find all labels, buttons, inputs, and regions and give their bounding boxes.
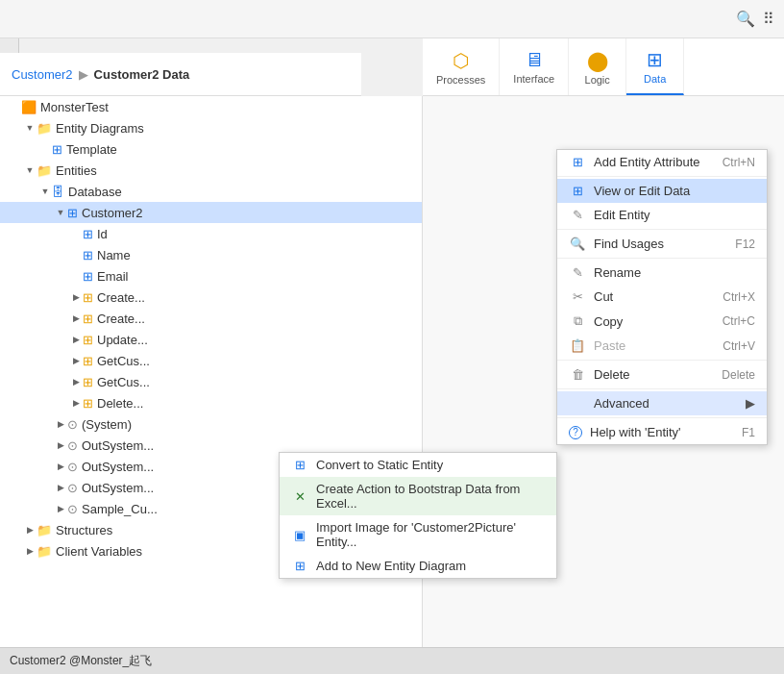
context-menu-right: ⊞ Add Entity Attribute Ctrl+N ⊞ View or … bbox=[556, 149, 768, 445]
ctx-delete-label: Delete bbox=[594, 367, 714, 382]
ctx-create-bootstrap[interactable]: ✕ Create Action to Bootstrap Data from E… bbox=[280, 477, 556, 515]
tree-arrow-database: ▼ bbox=[38, 187, 52, 196]
tree-node-entities[interactable]: ▼📁Entities bbox=[0, 160, 422, 181]
ctx-copy[interactable]: ⧉ Copy Ctrl+C bbox=[557, 309, 767, 334]
grid-icon[interactable]: ⠿ bbox=[763, 10, 774, 28]
tree-arrow-outsystem2: ▶ bbox=[54, 462, 67, 471]
tree-node-system[interactable]: ▶⊙(System) bbox=[0, 413, 422, 435]
top-bar: 🔍 ⠿ bbox=[0, 0, 784, 38]
breadcrumb-current: Customer2 Data bbox=[94, 67, 190, 82]
tree-node-entity-diagrams[interactable]: ▼📁Entity Diagrams bbox=[0, 117, 422, 138]
ctx-rename-label: Rename bbox=[594, 265, 747, 280]
ctx-rename[interactable]: ✎ Rename bbox=[557, 261, 767, 285]
breadcrumb-separator: ▶ bbox=[79, 67, 88, 82]
tab-interface-label: Interface bbox=[513, 73, 554, 85]
tree-arrow-outsystem1: ▶ bbox=[54, 440, 67, 450]
tree-node-template[interactable]: ⊞Template bbox=[0, 138, 422, 160]
import-image-icon: ▣ bbox=[291, 528, 308, 542]
tab-processes[interactable]: ⬡ Processes bbox=[423, 38, 500, 95]
tree-node-monstertest[interactable]: 🟧MonsterTest bbox=[0, 96, 422, 117]
interface-icon: 🖥 bbox=[525, 49, 544, 71]
tree-node-database[interactable]: ▼🗄Database bbox=[0, 181, 422, 202]
tab-logic[interactable]: ⬤ Logic bbox=[569, 38, 626, 95]
tree-node-create2[interactable]: ▶⊞Create... bbox=[0, 308, 422, 329]
add-attr-icon: ⊞ bbox=[569, 155, 586, 169]
ctx-find-usages-shortcut: F12 bbox=[735, 237, 755, 251]
ctx-cut-shortcut: Ctrl+X bbox=[723, 290, 755, 304]
tree-icon-outsystem1: ⊙ bbox=[67, 438, 78, 453]
ctx-help[interactable]: ? Help with 'Entity' F1 bbox=[557, 420, 767, 444]
tree-node-getcus2[interactable]: ▶⊞GetCus... bbox=[0, 371, 422, 392]
tree-panel: 🟧MonsterTest▼📁Entity Diagrams⊞Template▼📁… bbox=[0, 96, 423, 674]
tree-node-create1[interactable]: ▶⊞Create... bbox=[0, 287, 422, 308]
ctx-advanced[interactable]: Advanced ▶ bbox=[557, 391, 767, 415]
ctx-convert-static[interactable]: ⊞ Convert to Static Entity bbox=[280, 453, 556, 477]
add-diagram-icon: ⊞ bbox=[291, 559, 308, 573]
copy-icon: ⧉ bbox=[569, 313, 586, 329]
tree-arrow-entities: ▼ bbox=[23, 165, 37, 175]
tree-node-delete[interactable]: ▶⊞Delete... bbox=[0, 392, 422, 413]
edit-entity-icon: ✎ bbox=[569, 208, 586, 222]
tree-icon-system: ⊙ bbox=[67, 417, 78, 432]
context-menu-left: ⊞ Convert to Static Entity ✕ Create Acti… bbox=[279, 452, 557, 579]
tree-node-getcus1[interactable]: ▶⊞GetCus... bbox=[0, 350, 422, 371]
tree-label-getcus2: GetCus... bbox=[97, 375, 418, 389]
find-usages-icon: 🔍 bbox=[569, 237, 586, 251]
ctx-view-edit-data[interactable]: ⊞ View or Edit Data bbox=[557, 179, 767, 203]
ctx-add-attr-shortcut: Ctrl+N bbox=[723, 156, 755, 169]
ctx-delete[interactable]: 🗑 Delete Delete bbox=[557, 362, 767, 387]
tree-icon-customer2: ⊞ bbox=[67, 206, 78, 220]
tree-node-customer2[interactable]: ▼⊞Customer2 bbox=[0, 202, 422, 223]
ctx-add-entity-attr[interactable]: ⊞ Add Entity Attribute Ctrl+N bbox=[557, 150, 767, 174]
tab-data-label: Data bbox=[644, 73, 666, 85]
tree-arrow-sample-cu: ▶ bbox=[54, 504, 67, 513]
ctx-paste[interactable]: 📋 Paste Ctrl+V bbox=[557, 334, 767, 358]
ctx-delete-shortcut: Delete bbox=[722, 368, 755, 382]
ctx-add-entity-attr-label: Add Entity Attribute bbox=[594, 155, 715, 169]
ctx-cut-label: Cut bbox=[594, 289, 715, 304]
ctx-advanced-label: Advanced bbox=[594, 396, 738, 411]
tab-data[interactable]: ⊞ Data bbox=[626, 38, 684, 95]
tree-label-create2: Create... bbox=[97, 312, 418, 326]
ctx-import-image[interactable]: ▣ Import Image for 'Customer2Picture' En… bbox=[280, 515, 556, 554]
search-icon[interactable]: 🔍 bbox=[736, 10, 755, 28]
tree-icon-getcus2: ⊞ bbox=[83, 375, 93, 389]
ctx-create-bootstrap-label: Create Action to Bootstrap Data from Exc… bbox=[316, 482, 545, 511]
tree-icon-create2: ⊞ bbox=[83, 312, 93, 326]
tree-label-entity-diagrams: Entity Diagrams bbox=[56, 121, 418, 136]
tree-node-attr-id[interactable]: ⊞Id bbox=[0, 223, 422, 244]
tab-processes-label: Processes bbox=[436, 74, 485, 86]
ctx-cut[interactable]: ✂ Cut Ctrl+X bbox=[557, 285, 767, 309]
cut-icon: ✂ bbox=[569, 289, 586, 304]
tree-label-template: Template bbox=[66, 142, 418, 157]
tree-icon-outsystem2: ⊙ bbox=[67, 460, 78, 474]
tree-node-update[interactable]: ▶⊞Update... bbox=[0, 329, 422, 350]
ctx-find-usages[interactable]: 🔍 Find Usages F12 bbox=[557, 232, 767, 256]
ctx-advanced-arrow: ▶ bbox=[746, 396, 755, 411]
tree-label-outsystem1: OutSystem... bbox=[82, 438, 418, 453]
ctx-add-diagram-label: Add to New Entity Diagram bbox=[316, 559, 545, 573]
tree-node-attr-name[interactable]: ⊞Name bbox=[0, 244, 422, 265]
tree-node-attr-email[interactable]: ⊞Email bbox=[0, 265, 422, 287]
ctx-add-diagram[interactable]: ⊞ Add to New Entity Diagram bbox=[280, 554, 556, 578]
tree-label-monstertest: MonsterTest bbox=[40, 100, 418, 114]
ctx-copy-shortcut: Ctrl+C bbox=[723, 314, 755, 328]
tree-icon-structures: 📁 bbox=[37, 523, 52, 537]
breadcrumb-parent[interactable]: Customer2 bbox=[12, 67, 73, 82]
delete-icon: 🗑 bbox=[569, 367, 586, 382]
tree-label-entities: Entities bbox=[56, 163, 418, 178]
tree-icon-template: ⊞ bbox=[52, 142, 62, 157]
ctx-edit-entity-label: Edit Entity bbox=[594, 208, 747, 222]
tree-arrow-create2: ▶ bbox=[69, 313, 83, 323]
tree-label-system: (System) bbox=[82, 417, 418, 432]
tab-interface[interactable]: 🖥 Interface bbox=[500, 38, 569, 95]
tree-icon-client-variables: 📁 bbox=[37, 544, 52, 559]
create-bootstrap-icon: ✕ bbox=[291, 489, 308, 504]
paste-icon: 📋 bbox=[569, 338, 586, 353]
ctx-edit-entity[interactable]: ✎ Edit Entity bbox=[557, 203, 767, 227]
tree-icon-monstertest: 🟧 bbox=[21, 100, 37, 114]
status-text: Customer2 @Monster_起飞 bbox=[10, 653, 152, 669]
ctx-help-label: Help with 'Entity' bbox=[590, 425, 734, 439]
tree-arrow-create1: ▶ bbox=[69, 292, 83, 302]
tree-label-update: Update... bbox=[97, 333, 418, 347]
